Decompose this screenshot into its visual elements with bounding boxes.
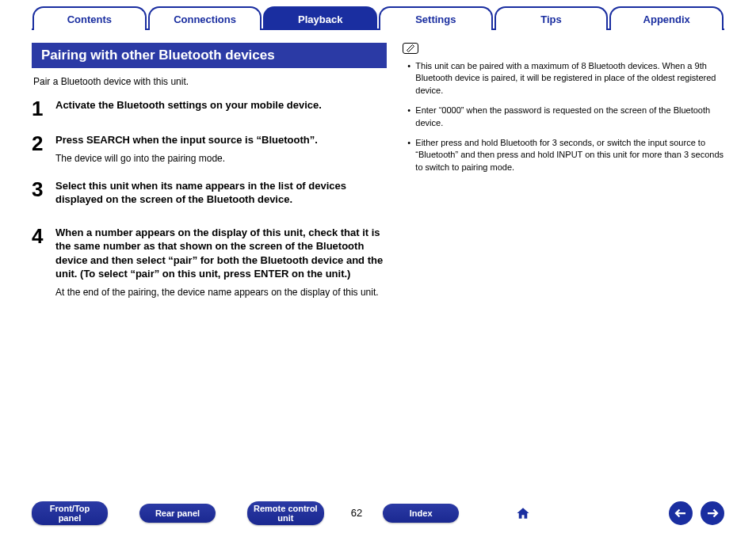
step-number: 2 [32,133,55,165]
page-number: 62 [351,507,362,519]
remote-control-button[interactable]: Remote controlunit [247,501,324,525]
rear-panel-button[interactable]: Rear panel [139,504,216,523]
step-number: 4 [32,226,55,299]
pencil-note-icon [403,43,418,54]
tab-tips[interactable]: Tips [494,6,609,30]
index-button[interactable]: Index [383,504,459,523]
step-3: 3 Select this unit when its name appears… [32,179,387,211]
note-item: This unit can be paired with a maximum o… [407,60,724,97]
tab-appendix[interactable]: Appendix [609,6,724,30]
prev-page-icon[interactable] [669,501,693,525]
next-page-icon[interactable] [701,501,724,525]
step-desc: The device will go into the pairing mode… [55,152,387,165]
tab-connections[interactable]: Connections [148,6,262,30]
step-desc: At the end of the pairing, the device na… [55,286,387,299]
notes-list: This unit can be paired with a maximum o… [403,60,724,173]
bottom-bar: Front/Toppanel Rear panel Remote control… [32,501,724,525]
tab-settings[interactable]: Settings [379,6,493,30]
step-title: Activate the Bluetooth settings on your … [55,98,387,112]
top-tabs: Contents Connections Playback Settings T… [32,6,724,30]
step-title: Select this unit when its name appears i… [55,179,387,207]
note-item: Either press and hold Bluetooth for 3 se… [407,137,724,173]
section-title: Pairing with other Bluetooth devices [32,43,387,68]
step-number: 1 [32,98,55,119]
home-icon[interactable] [511,501,535,525]
step-title: When a number appears on the display of … [55,226,387,281]
tab-playback[interactable]: Playback [263,6,377,30]
step-title: Press SEARCH when the input source is “B… [55,133,387,147]
front-top-panel-button[interactable]: Front/Toppanel [32,501,108,525]
step-number: 3 [32,179,55,211]
intro-text: Pair a Bluetooth device with this unit. [33,76,387,87]
tab-contents[interactable]: Contents [32,6,147,30]
note-item: Enter “0000” when the password is reques… [407,105,724,129]
step-2: 2 Press SEARCH when the input source is … [32,133,387,165]
step-4: 4 When a number appears on the display o… [32,226,387,299]
step-1: 1 Activate the Bluetooth settings on you… [32,98,387,119]
